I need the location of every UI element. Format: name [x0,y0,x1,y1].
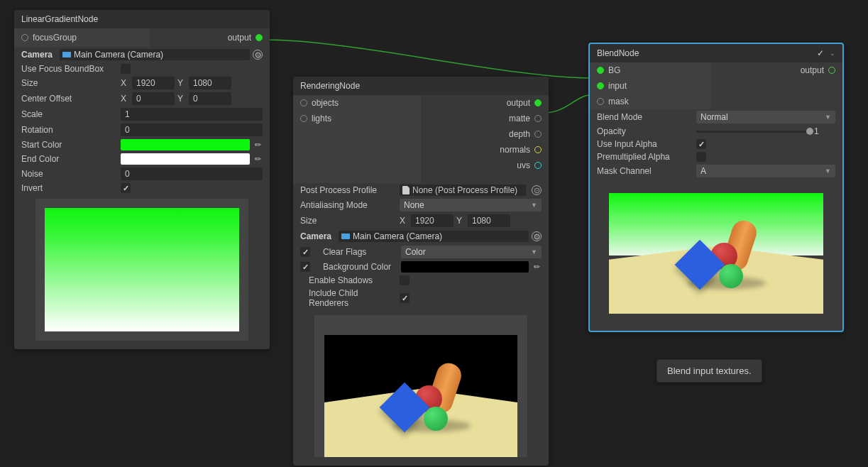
prop-antialiasing: Antialiasing Mode None ▼ [293,197,549,213]
port-dot-icon [534,99,542,106]
prop-include-child: Include Child Renderers [293,287,549,309]
checkmark-icon[interactable]: ✓ [817,48,824,58]
port-label: objects [312,98,339,108]
opacity-value[interactable]: 1 [814,126,835,136]
port-label: lights [312,114,331,123]
output-port-output[interactable]: output [421,95,549,111]
profile-icon [402,186,410,194]
port-label: normals [500,145,530,155]
output-port-matte[interactable]: matte [421,111,549,126]
port-dot-icon [300,115,307,122]
post-process-field[interactable]: None (Post Process Profile) [400,185,526,196]
port-label: output [507,98,530,108]
tooltip: Blend input textures. [657,359,762,383]
end-color-swatch[interactable] [121,153,250,165]
object-picker-icon[interactable] [532,185,542,195]
eyedropper-icon[interactable]: ✎ [251,152,265,166]
prop-noise: Noise [14,166,270,182]
port-label: BG [608,65,620,75]
eyedropper-icon[interactable]: ✎ [529,260,544,274]
prop-blend-mode: Blend Mode Normal ▼ [590,109,842,125]
checkbox-invert[interactable] [121,183,131,193]
camera-header-label: Camera [300,231,331,241]
prop-premultiplied: Premultiplied Alpha [590,150,842,163]
post-process-value: None (Post Process Profile) [412,185,517,195]
prop-opacity: Opacity 1 [590,125,842,138]
prop-size: Size X Y [293,213,549,229]
tooltip-text: Blend input textures. [667,366,752,376]
antialiasing-dropdown[interactable]: None ▼ [400,199,542,211]
port-dot-icon [256,34,263,41]
checkbox-clear-flags[interactable] [300,247,310,257]
port-dot-icon [21,34,28,41]
port-label: matte [509,114,530,123]
noise-input[interactable] [121,167,263,180]
input-port-focusgroup[interactable]: focusGroup [14,28,150,47]
port-label: uvs [517,160,530,170]
blend-node[interactable]: BlendNode ✓ ⌄ BG input mask output Blend… [588,43,844,332]
port-dot-icon [597,98,604,105]
camera-icon [62,52,71,57]
port-label: depth [509,129,530,139]
prop-enable-shadows: Enable Shadows [293,274,549,287]
size-x-input[interactable] [411,214,454,227]
chevron-down-icon: ▼ [531,248,537,256]
start-color-swatch[interactable] [121,139,250,150]
size-y-input[interactable] [468,214,510,227]
checkbox-enable-shadows[interactable] [400,275,410,285]
input-port-bg[interactable]: BG [590,62,711,78]
port-dot-icon [828,67,835,74]
prop-scale: Scale [14,106,270,122]
checkbox-use-focus-boundbox[interactable] [121,64,131,74]
input-port-lights[interactable]: lights [293,111,421,126]
input-port-input[interactable]: input [590,78,711,94]
checkbox-use-input-alpha[interactable] [696,139,706,149]
rendering-node[interactable]: RenderingNode objects lights output matt… [293,77,549,466]
input-port-mask[interactable]: mask [590,94,711,109]
blend-mode-dropdown[interactable]: Normal ▼ [696,111,835,123]
checkbox-include-child[interactable] [400,293,410,303]
checkbox-premultiplied[interactable] [696,152,706,162]
port-dot-icon [597,67,604,74]
render-preview [314,315,527,457]
object-picker-icon[interactable] [532,231,542,241]
output-port-depth[interactable]: depth [421,126,549,142]
size-y-input[interactable] [189,77,231,89]
prop-use-input-alpha: Use Input Alpha [590,138,842,150]
port-dot-icon [534,162,542,169]
node-title[interactable]: LinearGradientNode [14,10,270,28]
chevron-down-icon[interactable]: ⌄ [830,50,835,57]
eyedropper-icon[interactable]: ✎ [251,138,265,152]
output-port-uvs[interactable]: uvs [421,158,549,173]
center-y-input[interactable] [189,92,231,105]
scale-input[interactable] [121,108,263,121]
size-x-input[interactable] [132,77,175,89]
port-dot-icon [300,99,307,106]
output-port[interactable]: output [711,62,842,78]
node-title[interactable]: BlendNode ✓ ⌄ [590,44,842,62]
checkbox-background-color[interactable] [300,262,310,272]
center-x-input[interactable] [132,92,175,105]
node-title[interactable]: RenderingNode [293,77,549,95]
clear-flags-dropdown[interactable]: Color ▼ [401,246,542,258]
camera-header: Camera Main Camera (Camera) [293,229,549,244]
opacity-slider[interactable] [696,131,810,133]
rotation-input[interactable] [121,123,263,136]
port-label: input [608,81,627,91]
output-port-normals[interactable]: normals [421,142,549,158]
port-label: mask [608,97,629,106]
background-color-swatch[interactable] [401,261,529,273]
camera-object-field[interactable]: Main Camera (Camera) [339,231,529,242]
port-dot-icon [534,146,542,153]
output-port[interactable]: output [150,28,270,47]
prop-post-process: Post Process Profile None (Post Process … [293,183,549,197]
input-port-objects[interactable]: objects [293,95,421,111]
mask-channel-dropdown[interactable]: A ▼ [696,165,835,177]
object-picker-icon[interactable] [253,50,263,60]
linear-gradient-node[interactable]: LinearGradientNode focusGroup output Cam… [14,10,270,349]
camera-header-label: Camera [21,50,53,60]
camera-object-field[interactable]: Main Camera (Camera) [60,49,250,60]
port-dot-icon [534,131,542,138]
port-dot-icon [597,82,604,89]
chevron-down-icon: ▼ [825,167,831,175]
